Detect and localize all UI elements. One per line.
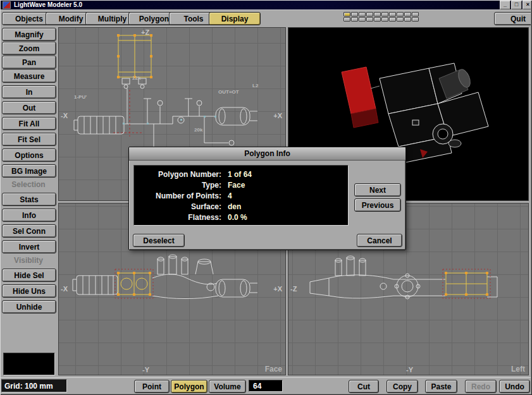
selection-mode-group: Point Polygon Volume 64 <box>134 380 283 393</box>
preset-icon[interactable] <box>343 12 350 16</box>
preset-icon[interactable] <box>404 17 411 21</box>
cancel-button[interactable]: Cancel <box>357 234 402 247</box>
tool-sidebar: Magnify Zoom Pan Measure In Out Fit All … <box>0 26 57 379</box>
sidebar-hide-uns[interactable]: Hide Uns <box>2 284 56 298</box>
axis-label: +X <box>273 112 282 119</box>
title-bar[interactable]: LightWave Modeler 5.0 _ □ × <box>0 0 532 9</box>
preset-icon[interactable] <box>412 12 419 16</box>
bg-annotation: 20k <box>194 128 202 133</box>
info-label: Flatness: <box>134 212 221 223</box>
info-label: Surface: <box>134 202 221 212</box>
sidebar-fit-all[interactable]: Fit All <box>2 117 56 130</box>
axis-label: -Y <box>406 367 413 374</box>
preset-icon-strip <box>343 12 419 21</box>
info-label: Number of Points: <box>134 191 221 202</box>
viewport-name: Left <box>511 365 525 374</box>
info-label: Type: <box>134 180 221 191</box>
bg-annotation: L2 <box>252 83 258 88</box>
info-row: Flatness: 0.0 % <box>134 212 348 223</box>
preset-icon[interactable] <box>412 17 419 21</box>
sidebar-unhide[interactable]: Unhide <box>2 300 56 313</box>
mode-polygon-button[interactable]: Polygon <box>171 380 207 393</box>
dialog-body: Polygon Number: 1 of 64 Type: Face Numbe… <box>129 161 405 248</box>
redo-button[interactable]: Redo <box>465 380 497 393</box>
maximize-button[interactable]: □ <box>511 1 522 9</box>
sidebar-zoom[interactable]: Zoom <box>2 42 56 55</box>
selection-section-header: Selection <box>2 180 55 189</box>
bg-annotation: 22k <box>132 76 140 81</box>
window-title: LightWave Modeler 5.0 <box>14 1 499 8</box>
axis-label: +Z <box>141 29 149 36</box>
preset-icon[interactable] <box>366 17 373 21</box>
copy-button[interactable]: Copy <box>387 380 418 393</box>
axis-label: -Z <box>290 286 297 293</box>
axis-label: -X <box>61 286 68 293</box>
axis-label: -X <box>61 112 68 119</box>
next-button[interactable]: Next <box>354 183 401 197</box>
preset-icon[interactable] <box>404 12 411 16</box>
status-bar: Grid: 100 mm Point Polygon Volume 64 Cut… <box>0 377 532 395</box>
preset-icon[interactable] <box>397 17 404 21</box>
sidebar-fit-sel[interactable]: Fit Sel <box>2 133 56 146</box>
info-row: Polygon Number: 1 of 64 <box>134 169 348 180</box>
preset-icon[interactable] <box>389 17 396 21</box>
sidebar-measure[interactable]: Measure <box>2 70 56 83</box>
preset-icon[interactable] <box>366 12 373 16</box>
app-icon[interactable] <box>3 1 11 9</box>
info-value: 4 <box>228 191 348 202</box>
deselect-button[interactable]: Deselect <box>133 234 185 247</box>
menu-bar: Objects Modify Multiply Polygon Tools Di… <box>0 9 532 26</box>
close-button[interactable]: × <box>523 1 532 9</box>
mode-volume-button[interactable]: Volume <box>209 380 246 393</box>
bg-annotation: OUT=OT <box>218 90 239 95</box>
info-value: 0.0 % <box>228 212 348 223</box>
info-row: Number of Points: 4 <box>134 191 348 202</box>
preset-icon[interactable] <box>374 12 381 16</box>
minimize-button[interactable]: _ <box>500 1 510 9</box>
sidebar-options[interactable]: Options <box>2 149 56 162</box>
preset-icon[interactable] <box>359 17 366 21</box>
preset-icon[interactable] <box>397 12 404 16</box>
sidebar-magnify[interactable]: Magnify <box>2 28 56 41</box>
sidebar-sel-conn[interactable]: Sel Conn <box>2 224 56 238</box>
polygon-info-dialog: Polygon Info Polygon Number: 1 of 64 Typ… <box>128 147 406 250</box>
sidebar-stats[interactable]: Stats <box>2 193 56 206</box>
info-row: Type: Face <box>134 180 348 191</box>
menu-display[interactable]: Display <box>209 12 261 25</box>
sidebar-info[interactable]: Info <box>2 209 56 222</box>
preset-icon[interactable] <box>351 12 358 16</box>
selection-count: 64 <box>249 380 283 392</box>
quit-button[interactable]: Quit <box>494 12 532 25</box>
polygon-info-panel: Polygon Number: 1 of 64 Type: Face Numbe… <box>133 165 349 226</box>
previous-button[interactable]: Previous <box>354 198 401 212</box>
preset-icon[interactable] <box>381 12 388 16</box>
dialog-title[interactable]: Polygon Info <box>129 147 405 161</box>
undo-button[interactable]: Undo <box>499 380 530 393</box>
info-value: Face <box>228 180 348 191</box>
visibility-section-header: Visiblity <box>2 256 55 265</box>
viewport-name: Face <box>265 365 282 374</box>
grid-size-indicator: Grid: 100 mm <box>1 379 67 392</box>
paste-button[interactable]: Paste <box>425 380 457 393</box>
sidebar-in[interactable]: In <box>2 85 56 99</box>
info-value: den <box>228 202 348 212</box>
sidebar-invert[interactable]: Invert <box>2 240 56 253</box>
mode-point-button[interactable]: Point <box>134 380 170 393</box>
sidebar-hide-sel[interactable]: Hide Sel <box>2 269 56 282</box>
axis-label: -Y <box>142 367 149 374</box>
preset-icon[interactable] <box>359 12 366 16</box>
sidebar-bg-image[interactable]: BG Image <box>2 164 56 178</box>
sidebar-out[interactable]: Out <box>2 101 56 114</box>
sidebar-pan[interactable]: Pan <box>2 56 56 69</box>
info-value: 1 of 64 <box>228 169 348 180</box>
preset-icon[interactable] <box>381 17 388 21</box>
cut-button[interactable]: Cut <box>349 380 379 393</box>
axis-label: +X <box>273 286 282 293</box>
preset-icon[interactable] <box>389 12 396 16</box>
bg-annotation: 1-PU' <box>74 95 87 100</box>
color-swatch <box>3 353 55 375</box>
info-row: Surface: den <box>134 202 348 212</box>
preset-icon[interactable] <box>374 17 381 21</box>
preset-icon[interactable] <box>351 17 358 21</box>
preset-icon[interactable] <box>343 17 350 21</box>
